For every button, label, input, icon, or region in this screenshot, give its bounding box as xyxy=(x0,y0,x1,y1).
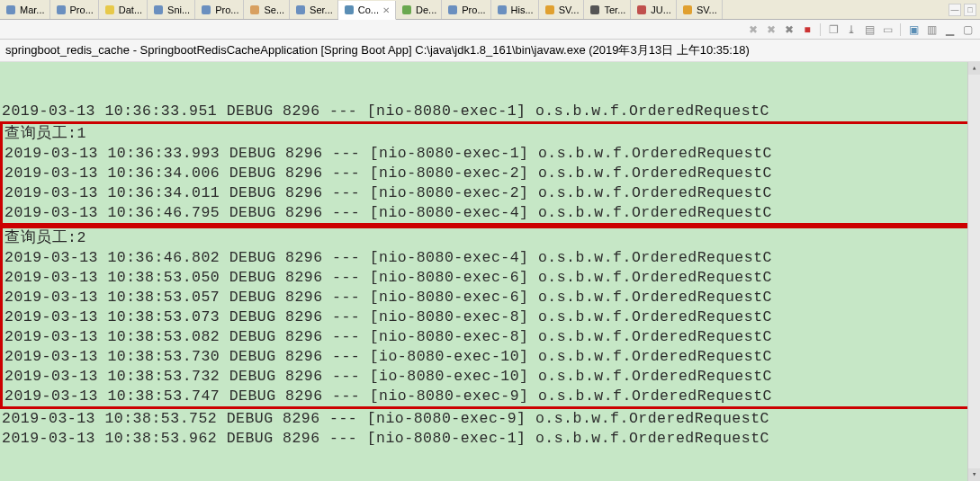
maximize-view-icon[interactable]: □ xyxy=(964,4,976,16)
tab-label: Dat... xyxy=(119,4,142,15)
console-line: 2019-03-13 10:38:53.747 DEBUG 8296 --- [… xyxy=(3,387,977,406)
view-tab-4[interactable]: Pro... xyxy=(195,0,244,19)
svg-rect-2 xyxy=(105,5,114,14)
tab-label: Pro... xyxy=(70,4,94,15)
highlight-header: 查询员工:1 xyxy=(3,124,977,144)
view-tab-6[interactable]: Ser... xyxy=(290,0,338,19)
view-tab-14[interactable]: SV... xyxy=(677,0,723,19)
view-tab-7[interactable]: Co...✕ xyxy=(338,1,396,20)
tab-label: Sni... xyxy=(167,4,190,15)
console-line: 2019-03-13 10:36:33.993 DEBUG 8296 --- [… xyxy=(3,144,977,164)
show-console-icon[interactable]: ▤ xyxy=(862,22,877,37)
console-line: 2019-03-13 10:38:53.732 DEBUG 8296 --- [… xyxy=(3,367,977,387)
tab-label: Pro... xyxy=(215,4,238,15)
console-toolbar: ✖✖✖■❐⤓▤▭▣▥▁▢ xyxy=(0,20,980,40)
tab-label: Pro... xyxy=(462,4,485,15)
highlight-header: 查询员工:2 xyxy=(3,228,977,248)
problems-icon xyxy=(200,4,212,16)
view-tab-12[interactable]: Ter... xyxy=(584,0,631,19)
console-line: 2019-03-13 10:36:46.802 DEBUG 8296 --- [… xyxy=(3,248,977,268)
svg-rect-0 xyxy=(6,5,15,14)
tab-label: Ter... xyxy=(604,4,625,15)
svg-rect-3 xyxy=(154,5,163,14)
tab-label: Se... xyxy=(264,4,284,15)
highlight-box-2: 查询员工:22019-03-13 10:36:46.802 DEBUG 8296… xyxy=(0,226,980,409)
snippets-icon xyxy=(152,4,165,16)
console-line: 2019-03-13 10:38:53.752 DEBUG 8296 --- [… xyxy=(0,409,980,429)
svg-rect-11 xyxy=(545,5,554,14)
console-line: 2019-03-13 10:36:46.795 DEBUG 8296 --- [… xyxy=(3,203,977,223)
svg-rect-6 xyxy=(296,5,305,14)
view-tab-0[interactable]: Mar... xyxy=(0,0,50,19)
maximize-icon[interactable]: ▢ xyxy=(960,22,975,37)
view-tab-1[interactable]: Pro... xyxy=(50,0,99,19)
svg-rect-7 xyxy=(345,5,354,14)
svg-rect-8 xyxy=(402,5,411,14)
toolbar-separator xyxy=(820,23,821,36)
view-tab-10[interactable]: His... xyxy=(491,0,539,19)
view-tab-2[interactable]: Dat... xyxy=(99,0,148,19)
view-tab-9[interactable]: Pro... xyxy=(442,0,490,19)
svg-rect-13 xyxy=(637,5,646,14)
svg-rect-12 xyxy=(590,5,599,14)
tab-label: SV... xyxy=(697,4,717,15)
console-line: 2019-03-13 10:36:33.951 DEBUG 8296 --- [… xyxy=(0,102,980,121)
toolbar-separator xyxy=(900,23,901,36)
tab-label: JU... xyxy=(651,4,671,15)
console-line: 2019-03-13 10:38:53.730 DEBUG 8296 --- [… xyxy=(3,347,977,367)
view-tab-bar: Mar...Pro...Dat...Sni...Pro...Se...Ser..… xyxy=(0,0,980,20)
console-line: 2019-03-13 10:38:53.962 DEBUG 8296 --- [… xyxy=(0,429,980,449)
console-line: 2019-03-13 10:36:34.011 DEBUG 8296 --- [… xyxy=(3,183,977,203)
tab-label: SV... xyxy=(559,4,580,15)
view-tab-3[interactable]: Sni... xyxy=(148,0,195,19)
svg-rect-10 xyxy=(498,5,507,14)
servers-icon xyxy=(294,4,307,16)
markers-icon xyxy=(4,4,17,16)
open-console-icon[interactable]: ▣ xyxy=(906,22,921,37)
minimize-icon[interactable]: ▁ xyxy=(942,22,957,37)
tab-label: De... xyxy=(416,4,436,15)
vertical-scrollbar[interactable]: ▴ ▾ xyxy=(967,62,980,481)
tab-label: Mar... xyxy=(20,4,45,15)
scroll-lock-icon[interactable]: ⤓ xyxy=(844,22,859,37)
view-tab-13[interactable]: JU... xyxy=(631,0,677,19)
view-tab-11[interactable]: SV... xyxy=(539,0,585,19)
clear-console-icon[interactable]: ✖ xyxy=(782,22,796,37)
search-icon xyxy=(248,4,261,16)
debug-icon xyxy=(400,4,413,16)
tab-label: Ser... xyxy=(310,4,333,15)
properties-icon xyxy=(55,4,67,16)
console-line: 2019-03-13 10:36:34.006 DEBUG 8296 --- [… xyxy=(3,164,977,183)
console-launch-description: springboot_redis_cache - SpringbootRedis… xyxy=(0,40,980,62)
minimize-view-icon[interactable]: — xyxy=(949,4,961,16)
progress-icon xyxy=(446,4,459,16)
terminate-icon[interactable]: ■ xyxy=(800,22,814,37)
svn-icon xyxy=(544,4,556,16)
console-line: 2019-03-13 10:38:53.073 DEBUG 8296 --- [… xyxy=(3,307,977,327)
remove-all-icon[interactable]: ✖ xyxy=(764,22,778,37)
console-output[interactable]: 2019-03-13 10:36:33.951 DEBUG 8296 --- [… xyxy=(0,62,980,481)
tabbar-controls: — □ xyxy=(949,0,980,19)
new-console-icon[interactable]: ▥ xyxy=(924,22,939,37)
console-icon xyxy=(343,4,355,16)
remove-launch-icon[interactable]: ✖ xyxy=(746,22,760,37)
junit-icon xyxy=(635,4,648,16)
datasource-icon xyxy=(103,4,116,16)
display-selected-icon[interactable]: ▭ xyxy=(880,22,895,37)
tab-label: Co... xyxy=(358,4,379,15)
svn-icon xyxy=(681,4,694,16)
view-tab-5[interactable]: Se... xyxy=(244,0,290,19)
svg-rect-14 xyxy=(683,5,692,14)
svg-rect-9 xyxy=(448,5,457,14)
history-icon xyxy=(496,4,508,16)
scroll-up-icon[interactable]: ▴ xyxy=(968,62,980,75)
console-line: 2019-03-13 10:38:53.057 DEBUG 8296 --- [… xyxy=(3,288,977,307)
svg-rect-4 xyxy=(202,5,211,14)
close-tab-icon[interactable]: ✕ xyxy=(382,5,391,14)
pin-icon[interactable]: ❐ xyxy=(826,22,841,37)
view-tab-8[interactable]: De... xyxy=(396,0,442,19)
highlight-box-1: 查询员工:12019-03-13 10:36:33.993 DEBUG 8296… xyxy=(0,121,980,226)
tab-label: His... xyxy=(511,4,534,15)
scroll-down-icon[interactable]: ▾ xyxy=(968,468,980,481)
svg-rect-1 xyxy=(57,5,66,14)
